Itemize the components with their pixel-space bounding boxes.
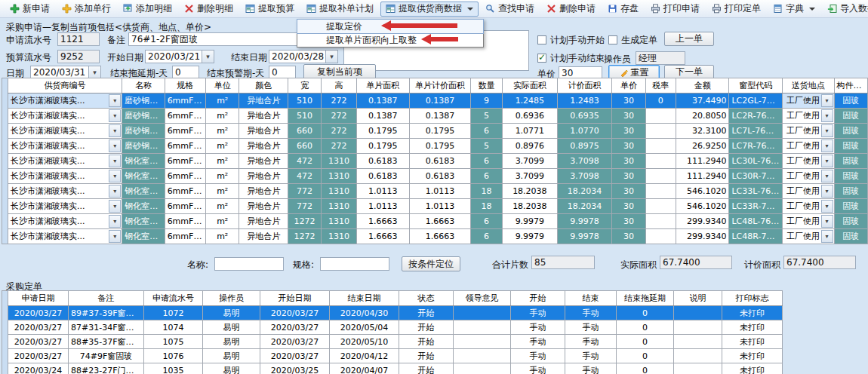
column-header[interactable]: 高 [322, 78, 356, 94]
table-cell[interactable]: 工厂使用 [782, 94, 834, 109]
column-header[interactable]: 税率 [645, 78, 676, 94]
table-cell[interactable]: LC2R-76#-1F [729, 109, 783, 124]
table-cell[interactable]: 长沙市潇湘玻璃实... [8, 184, 122, 199]
table-cell[interactable]: 30 [612, 94, 645, 109]
table-cell[interactable]: 1.0113 [356, 184, 410, 199]
column-header[interactable]: 计价面积 [557, 78, 612, 94]
table-cell[interactable]: 111.2940 [676, 154, 729, 169]
table-cell[interactable]: 易明 [203, 335, 260, 349]
table-cell[interactable]: 工厂使用 [782, 184, 834, 199]
table-row[interactable]: 长沙市潇湘玻璃实...磨砂钢化...6mmFLE...m²异地合片5102720… [8, 94, 868, 109]
table-cell[interactable]: 手动 [565, 335, 617, 349]
table-cell[interactable]: 272 [322, 94, 356, 109]
table-cell[interactable]: 手动 [511, 320, 565, 335]
table-cell[interactable]: 20.8050 [676, 109, 729, 124]
table-cell[interactable]: 2020/04/30 [330, 306, 399, 320]
column-header[interactable]: 实际面积 [503, 78, 558, 94]
table-cell[interactable]: 1310 [322, 229, 356, 244]
column-header[interactable]: 名称 [122, 78, 165, 94]
table-cell[interactable] [454, 306, 511, 320]
table-row[interactable]: 长沙市潇湘玻璃实...磨砂钢化...6mmFLE...m²异地合片5102720… [8, 109, 868, 124]
table-cell[interactable]: 1.6663 [410, 214, 471, 229]
manual-start-checkbox[interactable]: 计划手动开始 [537, 35, 605, 45]
table-cell[interactable]: 2020/03/27 [260, 335, 330, 349]
table-cell[interactable]: LC2GL-76#... [729, 94, 783, 109]
table-cell[interactable]: 2020/05/10 [330, 335, 399, 349]
table-cell[interactable]: 1.0113 [410, 199, 471, 214]
table-cell[interactable]: 工厂使用 [782, 169, 834, 184]
table-cell[interactable]: 手动 [565, 320, 617, 335]
table-cell[interactable]: 钢化室内... [122, 214, 165, 229]
table-cell[interactable]: 工厂使用 [782, 109, 834, 124]
table-cell[interactable]: 0.6935 [557, 109, 612, 124]
column-header[interactable]: 数量 [470, 78, 502, 94]
table-cell[interactable]: 0.8976 [503, 139, 558, 154]
table-cell[interactable]: 9.9979 [503, 229, 558, 244]
table-cell[interactable]: 固玻 [834, 139, 868, 154]
table-cell[interactable]: 固玻 [834, 94, 868, 109]
table-cell[interactable]: 钢化室内... [122, 199, 165, 214]
table-cell[interactable]: 异地合片 [239, 199, 288, 214]
table-row[interactable]: 2020/03/2788#35-37F窗固玻1075易明2020/03/2720… [8, 335, 783, 349]
table-row[interactable]: 2020/03/2789#37-39F窗固玻1072易明2020/03/2720… [8, 306, 783, 320]
column-header[interactable]: 送货地点 [782, 78, 834, 94]
table-row[interactable]: 长沙市潇湘玻璃实...钢化室内...6mmFLE...m²异地合片1272131… [8, 229, 868, 244]
table-row[interactable]: 长沙市潇湘玻璃实...钢化室内...6mmFLE...m²异地合片7721310… [8, 199, 868, 214]
table-cell[interactable]: 0 [617, 306, 674, 320]
column-header[interactable]: 窗型代码 [729, 78, 783, 94]
table-cell[interactable]: 6 [470, 154, 502, 169]
table-cell[interactable] [674, 363, 722, 374]
table-cell[interactable]: 异地合片 [239, 124, 288, 139]
table-cell[interactable]: 钢化室内... [122, 154, 165, 169]
table-cell[interactable]: 1075 [144, 335, 203, 349]
table-cell[interactable]: 1076 [144, 349, 203, 363]
table-cell[interactable]: 6mmFLE... [165, 109, 205, 124]
end-date-picker[interactable]: 2020/03/28 [269, 50, 338, 63]
table-cell[interactable]: 1272 [288, 229, 321, 244]
table-cell[interactable]: 未打印 [722, 335, 783, 349]
table-cell[interactable]: 易明 [203, 363, 260, 374]
print-request-button[interactable]: 打印申请 [645, 2, 705, 17]
table-cell[interactable]: 工厂使用 [782, 124, 834, 139]
locate-by-condition-button[interactable]: 按条件定位 [402, 256, 460, 271]
table-cell[interactable]: 0.6183 [356, 154, 410, 169]
table-cell[interactable]: 18.2034 [557, 184, 612, 199]
table-cell[interactable]: 6 [470, 124, 502, 139]
table-cell[interactable]: 1.0113 [356, 199, 410, 214]
table-cell[interactable]: 30 [612, 214, 645, 229]
table-cell[interactable]: 772 [288, 199, 321, 214]
start-date-picker[interactable]: 2020/03/21 [145, 50, 214, 63]
table-cell[interactable] [645, 229, 676, 244]
table-cell[interactable]: 工厂使用 [782, 199, 834, 214]
add-detail-button[interactable]: 添加明细 [118, 2, 177, 17]
table-cell[interactable]: 30 [612, 109, 645, 124]
table-cell[interactable]: 546.1020 [676, 199, 729, 214]
column-header[interactable]: 供货商编号 [8, 78, 122, 94]
table-cell[interactable]: 546.1020 [676, 184, 729, 199]
extract-budget-button[interactable]: 提取预算 [240, 2, 300, 17]
table-cell[interactable]: 6mmFLE... [165, 139, 205, 154]
table-cell[interactable]: 磨砂钢化... [122, 139, 165, 154]
column-header[interactable]: 开始日期 [260, 291, 330, 306]
table-cell[interactable]: m² [206, 184, 239, 199]
table-cell[interactable]: 1.6663 [356, 214, 410, 229]
column-header[interactable]: 颜色 [239, 78, 288, 94]
table-cell[interactable] [645, 199, 676, 214]
table-cell[interactable]: 长沙市潇湘玻璃实... [8, 199, 122, 214]
table-cell[interactable]: 1.2485 [503, 94, 558, 109]
total-pieces-field[interactable] [531, 256, 595, 269]
column-header[interactable]: 构件名称 [834, 78, 868, 94]
table-cell[interactable]: 772 [288, 184, 321, 199]
delete-request-button[interactable]: 删除申请 [541, 2, 601, 17]
table-cell[interactable]: 2020/03/27 [260, 306, 330, 320]
new-request-button[interactable]: 新申请 [5, 2, 55, 17]
table-cell[interactable]: 6mmFLE... [165, 169, 205, 184]
extract-supplier-data-button[interactable]: 提取供货商数据 [380, 2, 479, 17]
table-cell[interactable]: 5 [470, 109, 502, 124]
table-cell[interactable]: 未打印 [722, 306, 783, 320]
table-cell[interactable]: 2020/03/27 [260, 349, 330, 363]
table-cell[interactable]: 3.7099 [503, 169, 558, 184]
table-cell[interactable]: 272 [322, 124, 356, 139]
table-cell[interactable]: 钢化室内... [122, 184, 165, 199]
table-cell[interactable]: 32.3100 [676, 124, 729, 139]
